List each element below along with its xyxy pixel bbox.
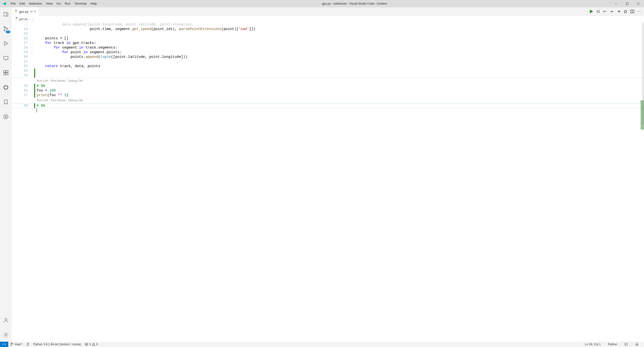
bookmark-icon[interactable] — [0, 97, 12, 107]
chevron-down-icon[interactable]: ⌄ — [31, 50, 33, 55]
svg-point-15 — [5, 334, 6, 336]
breadcrumb[interactable]: gpx.py › ... — [12, 16, 644, 22]
menu-go[interactable]: Go — [55, 0, 63, 7]
remote-indicator-icon[interactable] — [0, 342, 8, 347]
remote-explorer-icon[interactable] — [0, 53, 12, 63]
svg-point-18 — [618, 11, 619, 12]
more-actions-icon[interactable]: ··· — [637, 9, 641, 14]
chevron-right-icon: › — [29, 17, 30, 21]
svg-point-23 — [11, 345, 12, 346]
menu-bar: File Edit Selection View Go Run Terminal… — [8, 0, 99, 7]
status-bar: main* Python 3.9.1 64-bit ('testenv': co… — [0, 342, 644, 347]
problems[interactable]: 0 0 — [83, 342, 100, 347]
breadcrumb-file: gpx.py — [19, 17, 28, 21]
code-text: return track, data, points — [35, 64, 100, 68]
svg-point-6 — [6, 28, 8, 29]
svg-point-4 — [4, 26, 5, 28]
menu-file[interactable]: File — [8, 0, 18, 7]
debug-step-forward-icon[interactable] — [617, 9, 620, 13]
line-number: 34 — [24, 73, 28, 78]
compare-changes-icon[interactable] — [596, 9, 600, 13]
explorer-icon[interactable] — [0, 9, 12, 19]
codelens: Run Cell| Run Below| Debug Cell — [12, 78, 644, 84]
source-control-icon[interactable]: 17 — [0, 24, 12, 34]
window-controls — [610, 0, 644, 7]
run-by-line-icon[interactable] — [603, 9, 607, 13]
warning-icon — [92, 343, 95, 346]
close-button[interactable] — [633, 0, 644, 7]
menu-view[interactable]: View — [44, 0, 55, 7]
git-sync[interactable] — [24, 342, 32, 347]
debug-step-back-icon[interactable] — [610, 9, 614, 13]
live-share-icon[interactable] — [0, 112, 12, 121]
minimize-button[interactable] — [610, 0, 622, 7]
codelens-run-below[interactable]: Run Below — [51, 79, 65, 82]
python-file-icon — [15, 17, 18, 21]
vertical-scrollbar[interactable] — [640, 22, 644, 342]
title-bar: File Edit Selection View Go Run Terminal… — [0, 0, 644, 7]
chevron-down-icon[interactable]: ⌄ — [31, 45, 33, 50]
codelens-run-above[interactable]: Run Above — [51, 99, 66, 102]
line-number: 35 — [24, 84, 28, 88]
notifications-icon[interactable] — [633, 343, 640, 346]
account-icon[interactable] — [0, 315, 12, 325]
menu-edit[interactable]: Edit — [18, 0, 27, 7]
language-mode[interactable]: Python — [606, 343, 619, 346]
line-number: 27 — [24, 41, 28, 45]
line-number: 33 — [24, 68, 28, 73]
git-branch-icon — [10, 343, 14, 346]
menu-selection[interactable]: Selection — [27, 0, 44, 7]
codelens-debug-cell[interactable]: Debug Cell — [68, 79, 82, 82]
code-text: foo = 100 — [35, 88, 56, 93]
tab-gpx-py[interactable]: gpx.py M × — [12, 7, 39, 16]
tab-filename: gpx.py — [19, 10, 28, 13]
svg-rect-8 — [4, 70, 6, 72]
run-file-icon[interactable] — [589, 9, 593, 13]
code-text: point.time, segment.get_speed(point_idx)… — [35, 27, 255, 31]
text-cursor — [36, 108, 37, 112]
menu-terminal[interactable]: Terminal — [72, 0, 88, 7]
settings-gear-icon[interactable] — [0, 330, 12, 340]
code-text: for segment in track.segments: — [35, 45, 118, 50]
chevron-down-icon[interactable]: ⌄ — [31, 41, 33, 45]
svg-point-17 — [611, 11, 612, 12]
svg-point-22 — [11, 343, 12, 344]
tab-modified-status: M — [30, 10, 32, 13]
maximize-button[interactable] — [622, 0, 633, 7]
extensions-icon[interactable] — [0, 68, 12, 78]
vscode-insiders-icon — [0, 2, 8, 5]
code-editor[interactable]: 23 data.append([point.longitude, point.l… — [12, 22, 644, 342]
feedback-icon[interactable] — [622, 343, 630, 346]
line-number: 26 — [24, 36, 28, 41]
cursor-position[interactable]: Ln 39, Col 1 — [583, 343, 603, 346]
svg-rect-10 — [4, 73, 6, 75]
codelens-run-cell[interactable]: Run Cell — [36, 79, 48, 82]
tab-close-icon[interactable]: × — [34, 9, 36, 13]
debug-icon[interactable] — [624, 9, 628, 13]
menu-run[interactable]: Run — [63, 0, 72, 7]
run-debug-icon[interactable] — [0, 38, 12, 48]
code-text: points = [] — [35, 36, 68, 41]
github-icon[interactable] — [0, 82, 12, 92]
line-number: 31 — [24, 59, 28, 64]
line-number: 38 — [24, 103, 28, 108]
codelens-run-cell[interactable]: Run Cell — [36, 99, 48, 102]
warning-count: 0 — [96, 343, 98, 346]
line-number: 32 — [24, 64, 28, 68]
code-text: for track in gpx.tracks: — [35, 41, 96, 45]
line-number: 37 — [24, 93, 28, 98]
line-number: 30 — [24, 55, 28, 59]
code-text: data.append([point.longitude, point.lati… — [35, 22, 194, 27]
menu-help[interactable]: Help — [88, 0, 99, 7]
git-branch[interactable]: main* — [8, 342, 24, 347]
svg-point-13 — [4, 114, 8, 119]
python-interpreter[interactable]: Python 3.9.1 64-bit ('testenv': conda) — [32, 342, 83, 347]
svg-point-5 — [4, 30, 5, 31]
git-branch-name: main* — [15, 343, 22, 346]
split-editor-icon[interactable] — [630, 9, 634, 13]
code-text: print(foo ** 2) — [35, 93, 68, 98]
codelens-debug-cell[interactable]: Debug Cell — [68, 99, 83, 102]
tab-bar: gpx.py M × ··· — [12, 7, 644, 16]
svg-rect-1 — [626, 3, 628, 5]
line-number: 36 — [24, 88, 28, 93]
